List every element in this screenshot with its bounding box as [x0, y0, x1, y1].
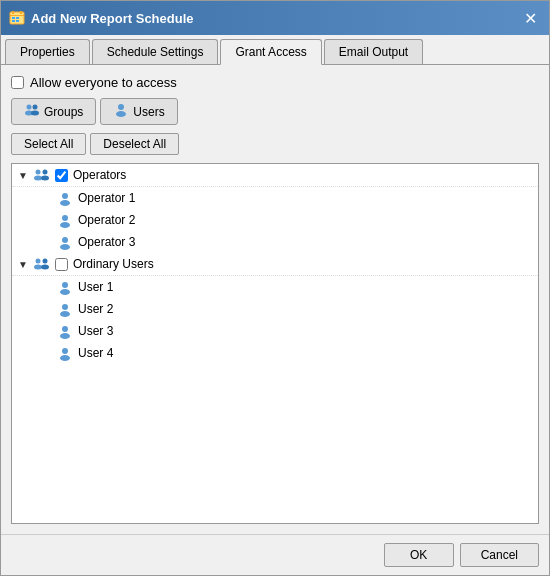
svg-point-25: [34, 265, 42, 270]
close-button[interactable]: ✕: [519, 7, 541, 29]
svg-point-32: [62, 326, 68, 332]
group-checkbox-ordinary-users[interactable]: [55, 258, 68, 271]
dialog-title: Add New Report Schedule: [31, 11, 194, 26]
deselect-all-button[interactable]: Deselect All: [90, 133, 179, 155]
svg-point-8: [27, 105, 32, 110]
allow-everyone-checkbox[interactable]: [11, 76, 24, 89]
svg-point-15: [34, 176, 42, 181]
allow-everyone-label: Allow everyone to access: [30, 75, 177, 90]
svg-rect-5: [16, 17, 19, 19]
svg-rect-3: [10, 15, 24, 16]
groups-button[interactable]: Groups: [11, 98, 96, 125]
svg-point-34: [62, 348, 68, 354]
dialog-body: Allow everyone to access Groups: [1, 65, 549, 534]
svg-point-26: [43, 259, 48, 264]
cancel-button[interactable]: Cancel: [460, 543, 539, 567]
svg-point-10: [33, 105, 38, 110]
svg-rect-6: [12, 20, 15, 22]
user-icon: [56, 323, 74, 339]
svg-point-35: [60, 355, 70, 361]
select-all-button[interactable]: Select All: [11, 133, 86, 155]
title-bar: Add New Report Schedule ✕: [1, 1, 549, 35]
tree-group-operators: ▼ Operators: [12, 164, 538, 253]
svg-point-17: [41, 176, 49, 181]
svg-point-19: [60, 200, 70, 206]
svg-point-29: [60, 289, 70, 295]
svg-point-18: [62, 193, 68, 199]
dialog-footer: OK Cancel: [1, 534, 549, 575]
user-icon: [56, 279, 74, 295]
svg-point-22: [62, 237, 68, 243]
tab-grant-access[interactable]: Grant Access: [220, 39, 321, 65]
svg-rect-1: [12, 11, 14, 14]
ok-button[interactable]: OK: [384, 543, 454, 567]
list-item[interactable]: Operator 1: [12, 187, 538, 209]
group-icon-ordinary-users: [32, 256, 50, 272]
tabs-row: Properties Schedule Settings Grant Acces…: [1, 35, 549, 65]
list-item[interactable]: User 1: [12, 276, 538, 298]
tab-schedule-settings[interactable]: Schedule Settings: [92, 39, 219, 64]
group-checkbox-operators[interactable]: [55, 169, 68, 182]
group-icon-operators: [32, 167, 50, 183]
user-icon: [56, 345, 74, 361]
svg-point-30: [62, 304, 68, 310]
group-label-ordinary-users: Ordinary Users: [73, 257, 154, 271]
svg-rect-4: [12, 17, 15, 19]
list-item[interactable]: User 2: [12, 298, 538, 320]
svg-point-31: [60, 311, 70, 317]
svg-point-33: [60, 333, 70, 339]
groups-users-row: Groups Users: [11, 98, 539, 125]
svg-point-28: [62, 282, 68, 288]
report-schedule-icon: [9, 10, 25, 26]
expand-icon-operators: ▼: [16, 170, 30, 181]
svg-point-11: [31, 111, 39, 116]
svg-rect-7: [16, 20, 19, 22]
list-item[interactable]: Operator 3: [12, 231, 538, 253]
select-deselect-row: Select All Deselect All: [11, 133, 539, 155]
svg-point-16: [43, 170, 48, 175]
dialog: Add New Report Schedule ✕ Properties Sch…: [0, 0, 550, 576]
svg-point-14: [36, 170, 41, 175]
list-item[interactable]: Operator 2: [12, 209, 538, 231]
svg-point-21: [60, 222, 70, 228]
svg-point-23: [60, 244, 70, 250]
tab-properties[interactable]: Properties: [5, 39, 90, 64]
tree-group-header-operators[interactable]: ▼ Operators: [12, 164, 538, 187]
user-icon: [56, 212, 74, 228]
list-item[interactable]: User 3: [12, 320, 538, 342]
users-icon: [113, 102, 129, 121]
users-button[interactable]: Users: [100, 98, 177, 125]
allow-everyone-row: Allow everyone to access: [11, 75, 539, 90]
expand-icon-ordinary-users: ▼: [16, 259, 30, 270]
user-icon: [56, 301, 74, 317]
user-icon: [56, 190, 74, 206]
groups-icon: [24, 102, 40, 121]
svg-point-20: [62, 215, 68, 221]
tree-group-ordinary-users: ▼ Ordinary Users: [12, 253, 538, 364]
list-item[interactable]: User 4: [12, 342, 538, 364]
svg-point-24: [36, 259, 41, 264]
tree-container: ▼ Operators: [11, 163, 539, 524]
tree-group-header-ordinary-users[interactable]: ▼ Ordinary Users: [12, 253, 538, 276]
svg-point-12: [118, 104, 124, 110]
group-label-operators: Operators: [73, 168, 126, 182]
tab-email-output[interactable]: Email Output: [324, 39, 423, 64]
svg-point-13: [116, 111, 126, 117]
svg-point-27: [41, 265, 49, 270]
svg-rect-2: [20, 11, 22, 14]
user-icon: [56, 234, 74, 250]
title-bar-left: Add New Report Schedule: [9, 10, 194, 26]
